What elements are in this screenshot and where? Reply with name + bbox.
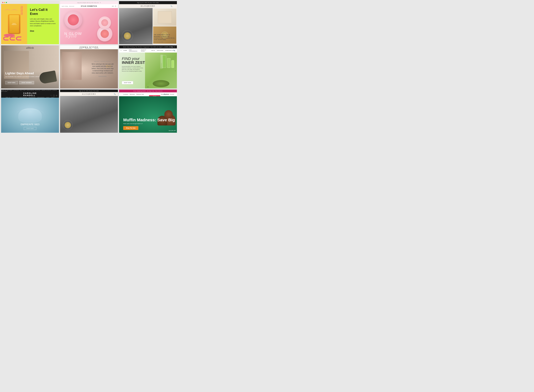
search-icon[interactable]: 🔍 [114, 93, 116, 95]
nav-more: ≡ [121, 50, 121, 51]
bag-icon[interactable]: ⊡ [56, 95, 57, 97]
top-bar-text: FREE UK DELIVERY | EXPRESS NEXT DAY | WO… [1, 90, 59, 92]
side-image-book [153, 9, 176, 26]
brand-name: KYLIE COSMETICS [81, 5, 97, 7]
body-text: We're ushering in the new year with more… [92, 63, 114, 74]
cell-alighieri-bottom: Sign up for 10% off your first order ALI… [60, 90, 118, 133]
caroline-hero: EMPREINTE S823 SHOP NOW [1, 98, 59, 133]
nav-sale[interactable]: Madness Sale [136, 94, 144, 95]
alighieri-main-image [119, 8, 153, 44]
alighieri-signup-bar: Sign up for 10% off your first order [119, 1, 177, 4]
discover-link[interactable]: DISCOVER [92, 75, 114, 77]
chrome-minimize[interactable] [4, 2, 5, 3]
shop-now-button[interactable]: SHOP NOW [122, 81, 133, 84]
nav-home[interactable]: HOME [123, 50, 127, 51]
promo-text: Need Help Finding The Perfect Fragrance?… [123, 46, 173, 47]
cell-st-fragrance: Need Help Finding The Perfect Fragrance?… [119, 45, 177, 89]
nav-fine[interactable]: FINE FRAGRANCES [129, 49, 139, 52]
sign-in-link[interactable]: Sign In [171, 46, 175, 47]
product-text-section: Let's Call It Even Let's also call it br… [27, 4, 59, 44]
jemma-wynne-nav: JEMMA WYNNE SHOP BESPOKE ABOUT [60, 45, 118, 49]
st-promo-bar: Need Help Finding The Perfect Fragrance?… [119, 45, 177, 48]
cell-content: ⊂⊂⊂ ≈≈≈ BouncyBrightfacial ⌒⌒ [1, 1, 59, 44]
kylie-side-links: kylie baby discover [62, 5, 74, 7]
wishlist-icon[interactable]: ♡ [50, 95, 52, 97]
discover-link[interactable]: discover [69, 5, 74, 7]
caroline-brand: CAROLINERANDELL [23, 92, 37, 97]
bag-icon[interactable]: ◯ [115, 5, 116, 7]
recipes-link[interactable]: Recipes [161, 94, 165, 95]
product-heading: Let's Call It Even [30, 8, 56, 16]
nav-bespoke[interactable]: BESPOKE [85, 48, 92, 49]
nav-discover[interactable]: DISCOVER [157, 50, 163, 51]
hero-subtext: Our breathable Tree material is just wha… [5, 76, 40, 77]
great-jones-top-bar: Free shipping $100+, 60-day trial, free … [119, 90, 177, 92]
account-link[interactable]: Account [170, 94, 174, 95]
chrome-maximize[interactable] [6, 2, 7, 3]
st-hero: FIND your INNER ZEST Introducing NEW Lim… [119, 53, 177, 89]
join-club-link[interactable]: Join The Lion Club [154, 41, 176, 43]
jemma-wynne-text: BRIGHT THINGS AHEAD We're ushering in th… [92, 61, 114, 77]
account-icon[interactable]: ◯ [53, 95, 55, 97]
promo-text: Free shipping $100+, 60-day trial, free … [133, 90, 163, 92]
hand-image [119, 8, 153, 44]
allbirds-hero-text: Lighter Days Ahead Our breathable Tree m… [5, 71, 40, 77]
nav-back[interactable]: ← [121, 94, 121, 95]
search-icon[interactable]: 🔍 [171, 5, 173, 7]
kylie-nav: kylie baby discover KYLIE COSMETICS US ◯ [60, 4, 118, 8]
great-jones-hero-text: Muffin Madness: Save Big Flash sales now… [123, 117, 175, 124]
search-icon[interactable]: 🔍 [173, 50, 175, 51]
allbirds-logo: allbirds [26, 47, 34, 49]
shop-men-button[interactable]: SHOP MEN [5, 81, 18, 84]
alighieri2-content: THE LEONE MEDALLION is designed to bring… [60, 96, 118, 133]
nav-shop[interactable]: SHOP [79, 48, 83, 49]
hero-heading: Muffin Madness: Save Big [123, 117, 175, 122]
body-text: Introducing NEW Lime Zest & Matcha Welln… [122, 66, 144, 72]
nav-scent[interactable]: SHOP BY SCENT [141, 49, 149, 52]
product-image-section: ⊂⊂⊂ ≈≈≈ BouncyBrightfacial ⌒⌒ [1, 4, 27, 44]
jemma-nav-links: SHOP BESPOKE ABOUT [60, 48, 118, 49]
nav-gifts[interactable]: GIFTS [151, 50, 155, 51]
great-jones-hero: Muffin Madness: Save Big Flash sales now… [119, 96, 177, 133]
alighieri2-main-image [60, 96, 92, 133]
alighieri2-top-bar: Sign up for 10% off your first order [60, 90, 118, 92]
product-name: EMPREINTE S823 [21, 123, 39, 126]
shop-the-sale-button[interactable]: Shop The Sale [123, 126, 138, 130]
hero-body: Flash sales now through March 17! [123, 123, 175, 124]
signup-text: Sign up for 10% off your first order [79, 90, 99, 91]
chrome-close[interactable] [2, 2, 3, 3]
about-link[interactable]: About [166, 94, 169, 95]
nav-bakeware[interactable]: Bakeware [130, 94, 135, 95]
kylie-promo-bar: enjoy two samples with any order shop no… [60, 1, 118, 4]
shop-link[interactable]: Shop [30, 30, 34, 32]
caroline-nav: CAROLINERANDELL NEW IN LINGERIE NIGHTWEA… [1, 92, 59, 98]
great-jones-nav: ← Cookware Bakeware Madness Sale GreatJo… [119, 92, 177, 96]
cell-caroline-randell: FREE UK DELIVERY | EXPRESS NEXT DAY | WO… [1, 90, 59, 133]
st-hero-text: FIND your INNER ZEST Introducing NEW Lim… [122, 57, 145, 72]
nav-about[interactable]: ABOUT [95, 48, 99, 49]
nav-cookware[interactable]: Cookware [123, 94, 128, 95]
alighieri-text-block: THE LEONE MEDALLION is designed to bring… [154, 34, 176, 43]
nav-icons: ♡ ◯ ⊡ [50, 95, 57, 97]
cell-great-jones: Free shipping $100+, 60-day trial, free … [119, 90, 177, 133]
promo-text: enjoy two samples with any order shop no… [77, 2, 99, 3]
us-flag: US [112, 5, 114, 7]
glow-text: N GLOW [64, 31, 82, 36]
kylie-link[interactable]: kylie baby [62, 5, 68, 7]
medallion-title: THE LEONE MEDALLION is designed to bring… [154, 34, 176, 41]
st-nav: ≡ HOME FINE FRAGRANCES SHOP BY SCENT GIF… [119, 48, 177, 53]
inner-zest-text: INNER ZEST [122, 61, 145, 65]
shop-women-button[interactable]: SHOP WOMEN [19, 81, 34, 84]
shop-now-button[interactable]: SHOP NOW [24, 127, 36, 130]
tagline: BRIGHT THINGS AHEAD [92, 61, 114, 62]
discount-badge: Get 10% Off [169, 130, 176, 131]
cell-kylie-cosmetics: enjoy two samples with any order shop no… [60, 1, 118, 44]
hero-heading: Lighter Days Ahead [5, 71, 40, 75]
cell-allbirds: allbirds Lighter Days Ahead Our breathab… [1, 45, 59, 89]
cell-alighieri-top: Sign up for 10% off your first order ALI… [119, 1, 177, 44]
alighieri2-nav: ALIGHIERI † 🔍 [60, 92, 118, 96]
find-text: FIND your [122, 57, 145, 61]
alighieri-nav: ALIGHIERI † 🔍 [119, 4, 177, 8]
jemma-wynne-hero: BRIGHT THINGS AHEAD We're ushering in th… [60, 49, 118, 89]
carousel-next[interactable]: › [175, 69, 176, 72]
